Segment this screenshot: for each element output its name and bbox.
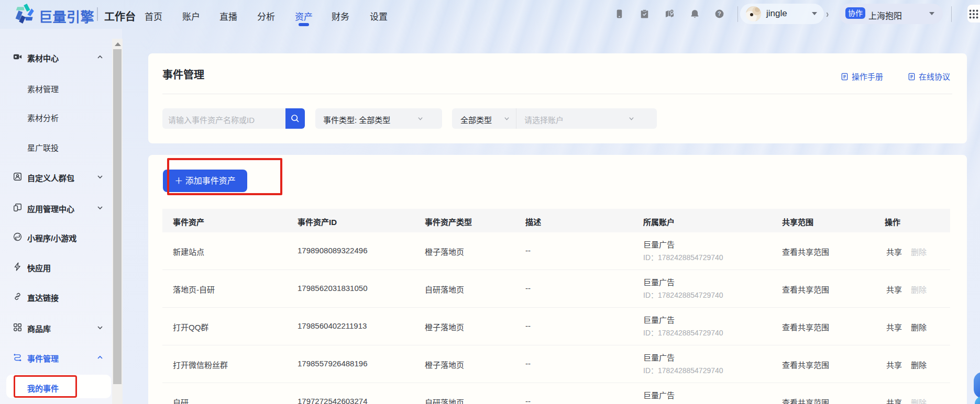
svg-text:?: ? [718, 10, 721, 17]
